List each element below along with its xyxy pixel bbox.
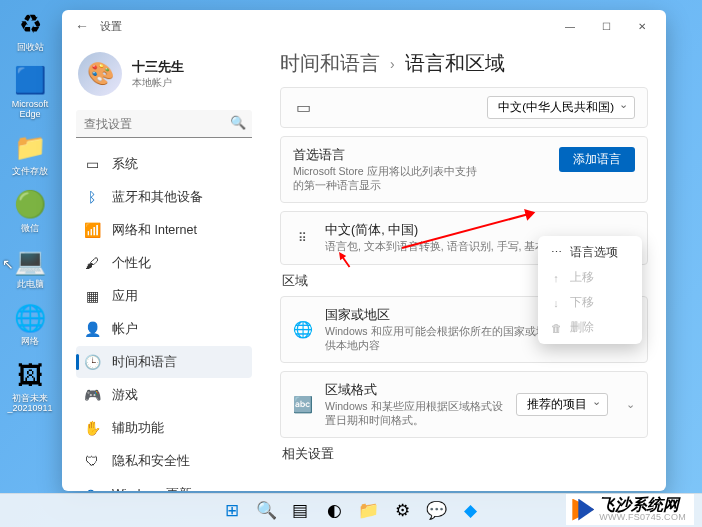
nav-label: 蓝牙和其他设备 [112, 189, 203, 206]
maximize-button[interactable]: ☐ [588, 12, 624, 40]
main-content: 时间和语言 › 语言和区域 ▭ 中文(中华人民共和国) 首选语言 Microso… [262, 42, 666, 491]
desktop-icon-2[interactable]: 📁文件存放 [4, 130, 56, 177]
context-menu-label: 删除 [570, 320, 594, 335]
wechat-taskbar-icon[interactable]: 💬 [421, 496, 451, 526]
profile[interactable]: 🎨 十三先生 本地帐户 [76, 48, 252, 110]
desktop-glyph: 🟢 [12, 187, 48, 223]
user-name: 十三先生 [132, 58, 184, 76]
preferred-language-card: 首选语言 Microsoft Store 应用将以此列表中支持的第一种语言显示 … [280, 136, 648, 203]
desktop-icon-0[interactable]: ♻回收站 [4, 6, 56, 53]
context-menu-icon: ↑ [550, 272, 562, 284]
desktop-label: 文件存放 [12, 167, 48, 177]
drag-handle-icon[interactable]: ⠿ [293, 231, 313, 245]
chevron-right-icon: › [390, 56, 395, 72]
desktop-label: Microsoft Edge [4, 100, 56, 120]
nav-icon: 🕒 [84, 354, 100, 370]
context-menu-item-0[interactable]: ⋯语言选项 [542, 240, 638, 265]
nav-label: 游戏 [112, 387, 138, 404]
globe-icon: 🌐 [293, 320, 313, 339]
desktop-label: 微信 [21, 224, 39, 234]
desktop-icon-3[interactable]: 🟢微信 [4, 187, 56, 234]
nav-icon: 🛡 [84, 453, 100, 469]
nav-item-6[interactable]: 🕒时间和语言 [76, 346, 252, 378]
nav-label: 时间和语言 [112, 354, 177, 371]
format-dropdown[interactable]: 推荐的项目 [516, 393, 608, 416]
nav-label: 辅助功能 [112, 420, 164, 437]
nav-item-5[interactable]: 👤帐户 [76, 313, 252, 345]
back-button[interactable]: ← [68, 12, 96, 40]
window-title: 设置 [100, 19, 122, 34]
nav-item-3[interactable]: 🖌个性化 [76, 247, 252, 279]
nav-icon: ᛒ [84, 189, 100, 205]
nav-item-1[interactable]: ᛒ蓝牙和其他设备 [76, 181, 252, 213]
desktop-glyph: 💻 [12, 243, 48, 279]
close-button[interactable]: ✕ [624, 12, 660, 40]
nav-item-8[interactable]: ✋辅助功能 [76, 412, 252, 444]
nav-label: 应用 [112, 288, 138, 305]
nav-item-9[interactable]: 🛡隐私和安全性 [76, 445, 252, 477]
display-language-dropdown[interactable]: 中文(中华人民共和国) [487, 96, 635, 119]
start-button[interactable]: ⊞ [217, 496, 247, 526]
add-language-button[interactable]: 添加语言 [559, 147, 635, 172]
nav-icon: ✋ [84, 420, 100, 436]
context-menu-item-2: ↓下移 [542, 290, 638, 315]
nav-icon: 📶 [84, 222, 100, 238]
minimize-button[interactable]: — [552, 12, 588, 40]
related-settings-header: 相关设置 [282, 446, 648, 463]
watermark-logo [572, 499, 594, 521]
nav-icon: 🖌 [84, 255, 100, 271]
watermark: 飞沙系统网 WWW.FS0745.COM [566, 494, 694, 525]
context-menu-label: 上移 [570, 270, 594, 285]
nav-item-4[interactable]: ▦应用 [76, 280, 252, 312]
nav-label: 帐户 [112, 321, 138, 338]
nav-label: 网络和 Internet [112, 222, 197, 239]
avatar: 🎨 [78, 52, 122, 96]
preferred-title: 首选语言 [293, 147, 483, 164]
desktop-icon-1[interactable]: 🟦Microsoft Edge [4, 63, 56, 120]
desktop-glyph: 🌐 [12, 300, 48, 336]
context-menu-label: 下移 [570, 295, 594, 310]
explorer-icon[interactable]: 📁 [353, 496, 383, 526]
search-input[interactable] [76, 110, 252, 138]
watermark-url: WWW.FS0745.COM [599, 513, 686, 522]
desktop-glyph: ♻ [12, 6, 48, 42]
nav-item-0[interactable]: ▭系统 [76, 148, 252, 180]
display-language-card: ▭ 中文(中华人民共和国) [280, 87, 648, 128]
desktop-icon-6[interactable]: 🖼初音未来_20210911 [4, 357, 56, 414]
sidebar: 🎨 十三先生 本地帐户 🔍 ▭系统ᛒ蓝牙和其他设备📶网络和 Internet🖌个… [62, 42, 262, 491]
nav-item-7[interactable]: 🎮游戏 [76, 379, 252, 411]
nav-icon: ⟳ [84, 486, 100, 491]
format-icon: 🔤 [293, 395, 313, 414]
app-taskbar-icon[interactable]: ◆ [455, 496, 485, 526]
desktop-label: 初音未来_20210911 [4, 394, 56, 414]
taskbar-search-icon[interactable]: 🔍 [251, 496, 281, 526]
breadcrumb-parent[interactable]: 时间和语言 [280, 50, 380, 77]
widgets-icon[interactable]: ◐ [319, 496, 349, 526]
titlebar: ← 设置 — ☐ ✕ [62, 10, 666, 42]
desktop-icon-4[interactable]: 💻此电脑 [4, 243, 56, 290]
nav-icon: 🎮 [84, 387, 100, 403]
nav-item-2[interactable]: 📶网络和 Internet [76, 214, 252, 246]
context-menu-icon: ↓ [550, 297, 562, 309]
nav-label: 系统 [112, 156, 138, 173]
context-menu-item-3: 🗑删除 [542, 315, 638, 340]
desktop-label: 网络 [21, 337, 39, 347]
settings-taskbar-icon[interactable]: ⚙ [387, 496, 417, 526]
breadcrumb: 时间和语言 › 语言和区域 [280, 50, 648, 77]
desktop: ♻回收站🟦Microsoft Edge📁文件存放🟢微信💻此电脑🌐网络🖼初音未来_… [0, 0, 60, 527]
nav-icon: 👤 [84, 321, 100, 337]
context-menu-icon: ⋯ [550, 246, 562, 259]
task-view-icon[interactable]: ▤ [285, 496, 315, 526]
search-box: 🔍 [76, 110, 252, 138]
context-menu-item-1: ↑上移 [542, 265, 638, 290]
search-icon: 🔍 [230, 115, 246, 130]
desktop-icon-5[interactable]: 🌐网络 [4, 300, 56, 347]
desktop-glyph: 🖼 [12, 357, 48, 393]
chevron-down-icon: ⌄ [626, 398, 635, 411]
breadcrumb-current: 语言和区域 [405, 50, 505, 77]
display-icon: ▭ [293, 98, 313, 117]
nav-item-10[interactable]: ⟳Windows 更新 [76, 478, 252, 491]
desktop-label: 此电脑 [17, 280, 44, 290]
desktop-label: 回收站 [17, 43, 44, 53]
regional-format-card[interactable]: 🔤 区域格式 Windows 和某些应用根据区域格式设置日期和时间格式。 推荐的… [280, 371, 648, 438]
